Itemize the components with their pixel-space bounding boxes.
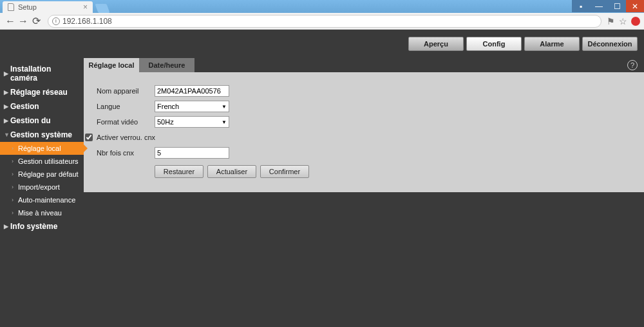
url-text: 192.168.1.108 bbox=[62, 17, 112, 26]
preview-button[interactable]: Aperçu bbox=[408, 37, 464, 51]
sidebar-label: Mise à niveau bbox=[18, 209, 62, 217]
refresh-button[interactable]: Actualiser bbox=[207, 165, 256, 178]
tab-label: Date/heure bbox=[149, 61, 185, 69]
address-bar: ← → ⟳ i 192.168.1.108 ⚑ ☆ bbox=[0, 13, 644, 30]
sidebar-label: Import/export bbox=[18, 183, 60, 191]
sidebar-label: Réglage par défaut bbox=[18, 170, 79, 178]
page-icon bbox=[8, 3, 14, 11]
sidebar-sub-automaint[interactable]: ›Auto-maintenance bbox=[0, 193, 84, 206]
button-label: Confirmer bbox=[269, 168, 300, 175]
toolbar-right: ⚑ ☆ bbox=[607, 16, 640, 26]
sidebar-label: Auto-maintenance bbox=[18, 196, 75, 204]
sidebar-item-install[interactable]: ▶Installation caméra bbox=[0, 62, 84, 85]
form-panel: Nom appareil Langue French▼ Format vidéo… bbox=[84, 72, 644, 192]
new-tab-button[interactable] bbox=[95, 4, 109, 13]
site-settings-icon[interactable]: ⚑ bbox=[607, 16, 615, 26]
select-value: 50Hz bbox=[157, 118, 174, 126]
sidebar-label: Gestion bbox=[10, 102, 39, 111]
browser-tab[interactable]: Setup × bbox=[3, 1, 93, 13]
chevron-right-icon: › bbox=[12, 184, 18, 190]
video-format-label: Format vidéo bbox=[97, 118, 155, 126]
help-icon[interactable]: ? bbox=[627, 60, 638, 70]
chevron-right-icon: › bbox=[12, 210, 18, 216]
config-button[interactable]: Config bbox=[466, 37, 522, 51]
caret-down-icon: ▼ bbox=[222, 104, 227, 110]
select-value: French bbox=[157, 103, 179, 110]
sidebar-sub-upgrade[interactable]: ›Mise à niveau bbox=[0, 206, 84, 219]
user-icon[interactable]: ▪ bbox=[572, 0, 590, 12]
chevron-right-icon: ▶ bbox=[4, 89, 10, 95]
sidebar-label: Installation caméra bbox=[10, 64, 80, 83]
window-titlebar: Setup × ▪ — ☐ ✕ bbox=[0, 0, 644, 13]
lock-login-checkbox[interactable] bbox=[85, 134, 93, 141]
sidebar-sub-users[interactable]: ›Gestion utilisateurs bbox=[0, 155, 84, 168]
url-input[interactable]: i 192.168.1.108 bbox=[48, 15, 601, 28]
tab-datetime[interactable]: Date/heure bbox=[139, 58, 194, 72]
restore-button[interactable]: Restaurer bbox=[155, 165, 204, 178]
sidebar-label: Gestion utilisateurs bbox=[18, 157, 79, 165]
config-label: Config bbox=[483, 40, 506, 48]
sidebar-item-system[interactable]: ▼Gestion système bbox=[0, 128, 84, 142]
login-count-label: Nbr fois cnx bbox=[97, 149, 155, 157]
chevron-right-icon: ▶ bbox=[4, 70, 10, 77]
language-select[interactable]: French▼ bbox=[155, 101, 229, 112]
preview-label: Aperçu bbox=[424, 40, 448, 48]
device-name-label: Nom appareil bbox=[97, 87, 155, 95]
tab-strip: Setup × bbox=[0, 0, 108, 13]
sidebar-sub-local[interactable]: ›Réglage local bbox=[0, 142, 84, 155]
button-label: Restaurer bbox=[164, 168, 194, 175]
chevron-right-icon: › bbox=[12, 145, 18, 152]
minimize-button[interactable]: — bbox=[590, 0, 608, 12]
device-name-input[interactable] bbox=[155, 85, 229, 97]
sidebar-item-info[interactable]: ▶Info système bbox=[0, 219, 84, 233]
sidebar-item-manage[interactable]: ▶Gestion bbox=[0, 99, 84, 114]
caret-down-icon: ▼ bbox=[222, 119, 227, 125]
sidebar-item-network[interactable]: ▶Réglage réseau bbox=[0, 85, 84, 99]
chevron-right-icon: › bbox=[12, 171, 18, 177]
info-icon: i bbox=[52, 17, 60, 25]
sidebar-label: Gestion du bbox=[10, 116, 51, 125]
language-label: Langue bbox=[97, 103, 155, 110]
chevron-right-icon: ▶ bbox=[4, 117, 10, 124]
chevron-right-icon: ▶ bbox=[4, 223, 10, 230]
tab-title: Setup bbox=[18, 3, 37, 11]
tab-bar: Réglage local Date/heure ? bbox=[84, 58, 644, 72]
chevron-down-icon: ▼ bbox=[4, 132, 10, 138]
tab-local[interactable]: Réglage local bbox=[84, 58, 139, 72]
forward-button[interactable]: → bbox=[17, 15, 30, 27]
back-button[interactable]: ← bbox=[4, 15, 17, 27]
alarm-label: Alarme bbox=[540, 40, 564, 48]
window-close-button[interactable]: ✕ bbox=[626, 0, 644, 12]
logout-label: Déconnexion bbox=[587, 40, 632, 48]
empty-area bbox=[84, 192, 644, 327]
sidebar-sub-defaults[interactable]: ›Réglage par défaut bbox=[0, 168, 84, 181]
tab-close-icon[interactable]: × bbox=[83, 3, 88, 12]
app-header: Aperçu Config Alarme Déconnexion bbox=[0, 30, 644, 58]
sidebar-label: Réglage local bbox=[18, 144, 61, 152]
sidebar-label: Réglage réseau bbox=[10, 88, 68, 97]
reload-button[interactable]: ⟳ bbox=[30, 15, 43, 27]
tab-label: Réglage local bbox=[89, 61, 135, 69]
confirm-button[interactable]: Confirmer bbox=[260, 165, 309, 178]
login-count-input[interactable] bbox=[155, 147, 229, 159]
chevron-right-icon: › bbox=[12, 158, 18, 164]
window-controls: ▪ — ☐ ✕ bbox=[572, 0, 644, 13]
content-area: ▶Installation caméra ▶Réglage réseau ▶Ge… bbox=[0, 58, 644, 327]
sidebar-label: Info système bbox=[10, 222, 57, 231]
button-label: Actualiser bbox=[216, 168, 247, 175]
sidebar-sub-impexp[interactable]: ›Import/export bbox=[0, 181, 84, 193]
sidebar-label: Gestion système bbox=[10, 130, 72, 139]
extension-icon[interactable] bbox=[631, 17, 640, 26]
main-panel: Réglage local Date/heure ? Nom appareil … bbox=[84, 58, 644, 327]
logout-button[interactable]: Déconnexion bbox=[582, 37, 638, 51]
chevron-right-icon: › bbox=[12, 197, 18, 203]
sidebar-item-manage-du[interactable]: ▶Gestion du bbox=[0, 114, 84, 128]
sidebar: ▶Installation caméra ▶Réglage réseau ▶Ge… bbox=[0, 58, 84, 327]
bookmark-icon[interactable]: ☆ bbox=[619, 16, 627, 26]
video-format-select[interactable]: 50Hz▼ bbox=[155, 116, 229, 128]
chevron-right-icon: ▶ bbox=[4, 103, 10, 110]
maximize-button[interactable]: ☐ bbox=[608, 0, 626, 12]
lock-login-label: Activer verrou. cnx bbox=[97, 134, 155, 141]
alarm-button[interactable]: Alarme bbox=[524, 37, 580, 51]
